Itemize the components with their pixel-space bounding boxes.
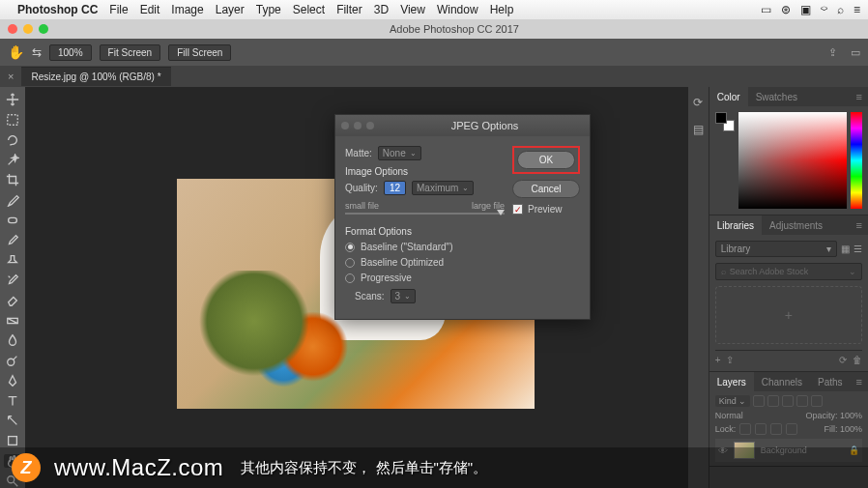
tab-channels[interactable]: Channels: [754, 372, 810, 391]
hand-tool-icon[interactable]: ✋: [8, 44, 24, 60]
cancel-button[interactable]: Cancel: [512, 180, 580, 198]
hamburger-icon[interactable]: ≡: [854, 3, 860, 16]
panel-menu-icon[interactable]: ≡: [851, 219, 868, 231]
color-picker[interactable]: [738, 112, 847, 209]
close-tab-button[interactable]: ×: [0, 71, 21, 82]
marquee-tool-icon[interactable]: [4, 113, 21, 128]
healing-tool-icon[interactable]: [4, 214, 21, 228]
tab-swatches[interactable]: Swatches: [748, 87, 805, 106]
foreground-background-colors[interactable]: [715, 112, 735, 131]
history-panel-icon[interactable]: ⟳: [690, 95, 706, 110]
lasso-tool-icon[interactable]: [4, 133, 21, 148]
ok-button[interactable]: OK: [517, 151, 575, 169]
filter-adjust-icon[interactable]: [767, 395, 779, 407]
tab-layers[interactable]: Layers: [709, 372, 754, 391]
menu-app[interactable]: Photoshop CC: [17, 3, 98, 16]
menu-layer[interactable]: Layer: [216, 3, 245, 16]
gradient-tool-icon[interactable]: [4, 313, 21, 328]
progressive-radio[interactable]: Progressive: [345, 273, 505, 283]
scroll-all-icon[interactable]: ⇆: [32, 45, 42, 59]
eyedropper-tool-icon[interactable]: [4, 193, 21, 208]
panel-menu-icon[interactable]: ≡: [851, 376, 868, 388]
search-icon[interactable]: ⌕: [837, 3, 844, 16]
matte-select[interactable]: None⌄: [378, 146, 421, 160]
pen-tool-icon[interactable]: [4, 374, 21, 388]
filter-smart-icon[interactable]: [811, 395, 823, 407]
layer-filter-kind[interactable]: Kind ⌄: [715, 395, 751, 407]
preview-checkbox[interactable]: ✓ Preview: [512, 204, 580, 215]
properties-panel-icon[interactable]: ▤: [690, 122, 706, 137]
stamp-tool-icon[interactable]: [4, 253, 21, 268]
history-brush-icon[interactable]: [4, 273, 21, 288]
library-drop-zone[interactable]: [715, 286, 862, 344]
fill-value[interactable]: 100%: [840, 424, 862, 434]
dialog-titlebar[interactable]: JPEG Options: [335, 115, 590, 136]
svg-rect-4: [9, 437, 17, 445]
filter-shape-icon[interactable]: [796, 395, 808, 407]
zoom-level[interactable]: 100%: [49, 44, 92, 61]
tab-paths[interactable]: Paths: [810, 372, 851, 391]
panel-menu-icon[interactable]: ≡: [851, 91, 868, 102]
fit-screen-button[interactable]: Fit Screen: [100, 44, 161, 61]
lock-transparency-icon[interactable]: [739, 423, 751, 435]
wand-tool-icon[interactable]: [4, 153, 21, 167]
tab-libraries[interactable]: Libraries: [709, 215, 762, 235]
shield-icon[interactable]: ▣: [800, 3, 811, 16]
zoom-window-button[interactable]: [39, 24, 48, 34]
add-icon[interactable]: +: [715, 355, 721, 365]
baseline-standard-radio[interactable]: Baseline ("Standard"): [345, 242, 505, 252]
fill-screen-button[interactable]: Fill Screen: [168, 44, 231, 61]
menu-image[interactable]: Image: [171, 3, 203, 16]
menu-view[interactable]: View: [400, 3, 425, 16]
tab-color[interactable]: Color: [709, 87, 748, 106]
workspace-icon[interactable]: ▭: [851, 46, 860, 59]
move-tool-icon[interactable]: [4, 93, 21, 107]
menu-type[interactable]: Type: [256, 3, 281, 16]
wifi-icon[interactable]: ⌔: [821, 3, 827, 16]
minimize-window-button[interactable]: [23, 24, 33, 34]
display-icon[interactable]: ▭: [761, 3, 771, 16]
sync-icon[interactable]: ⟳: [839, 355, 847, 365]
blend-mode-select[interactable]: Normal: [715, 411, 743, 420]
menu-edit[interactable]: Edit: [140, 3, 160, 16]
lock-all-icon[interactable]: [786, 423, 797, 435]
menu-select[interactable]: Select: [293, 3, 325, 16]
menu-window[interactable]: Window: [437, 3, 478, 16]
blur-tool-icon[interactable]: [4, 333, 21, 348]
shape-tool-icon[interactable]: [4, 434, 21, 448]
brush-tool-icon[interactable]: [4, 233, 21, 247]
menu-3d[interactable]: 3D: [374, 3, 389, 16]
canvas-area[interactable]: JPEG Options Matte: None⌄ Image Options …: [25, 87, 688, 488]
path-tool-icon[interactable]: [4, 414, 21, 428]
trash-icon[interactable]: 🗑: [853, 355, 862, 365]
baseline-optimized-radio[interactable]: Baseline Optimized: [345, 257, 505, 268]
eraser-tool-icon[interactable]: [4, 294, 21, 308]
quality-preset-select[interactable]: Maximum⌄: [412, 181, 474, 195]
crop-tool-icon[interactable]: [4, 173, 21, 187]
tab-adjustments[interactable]: Adjustments: [762, 215, 830, 235]
filter-type-icon[interactable]: [782, 395, 794, 407]
list-view-icon[interactable]: ☰: [854, 244, 862, 254]
close-window-button[interactable]: [8, 24, 17, 34]
image-options-heading: Image Options: [345, 166, 505, 177]
lock-position-icon[interactable]: [770, 423, 782, 435]
menu-filter[interactable]: Filter: [336, 3, 362, 16]
filter-pixel-icon[interactable]: [753, 395, 765, 407]
dodge-tool-icon[interactable]: [4, 354, 21, 368]
document-tab[interactable]: Resize.jpg @ 100% (RGB/8) *: [21, 67, 170, 86]
share-icon[interactable]: ⇪: [828, 46, 837, 59]
opacity-value[interactable]: 100%: [840, 411, 862, 420]
grid-view-icon[interactable]: ▦: [841, 244, 850, 254]
hue-slider[interactable]: [851, 112, 862, 209]
cc-icon[interactable]: ⊛: [781, 3, 791, 16]
quality-slider[interactable]: [345, 213, 505, 215]
lock-pixels-icon[interactable]: [755, 423, 767, 435]
stock-search-input[interactable]: ⌕ Search Adobe Stock ⌄: [715, 263, 862, 280]
quality-input[interactable]: 12: [384, 181, 406, 195]
window-titlebar: Adobe Photoshop CC 2017: [0, 19, 868, 39]
menu-help[interactable]: Help: [490, 3, 514, 16]
library-selector[interactable]: Library▾: [715, 241, 837, 257]
type-tool-icon[interactable]: [4, 393, 21, 408]
upload-icon[interactable]: ⇪: [726, 355, 734, 365]
menu-file[interactable]: File: [109, 3, 128, 16]
